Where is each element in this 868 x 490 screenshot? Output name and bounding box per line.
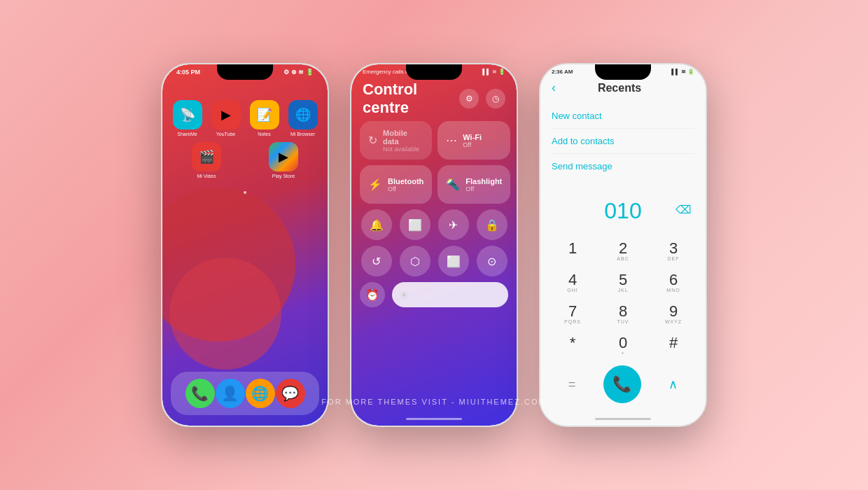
key-8[interactable]: 8 TUV [598,298,648,330]
cc-btn-share[interactable]: ⬡ [400,246,430,276]
cc-flashlight-title: Flashlight [465,177,502,186]
recents-add-to-contacts[interactable]: Add to contacts [552,129,694,154]
cc-btn-alarm[interactable]: 🔔 [361,209,392,240]
recents-new-contact[interactable]: New contact [552,104,694,129]
app-grid-row1: 📡 ShareMe ▶ YouTube 📝 Notes 🌐 Mi Browser [162,76,328,142]
dock-contacts[interactable]: 👤 [216,379,245,408]
dialer-number: 010 [604,190,641,230]
app-youtube[interactable]: ▶ YouTube [209,100,242,136]
phone-1: 4:05 PM ⚙ ⊕ ≋ 🔋 📡 ShareMe ▶ YouTube 📝 No… [161,63,329,427]
cc-btn-rotate[interactable]: ↺ [361,246,392,276]
dot-indicator [244,191,246,194]
app-playstore-icon: ▶ [269,142,298,172]
phone1-time: 4:05 PM [176,69,200,76]
cc-bluetooth-text: Bluetooth Off [388,177,424,192]
phone2-status-icons: ▌▌ ≋ 🔋 [482,69,505,75]
recents-title: Recents [598,82,641,94]
cc-brightness-slider[interactable]: ☀ [392,282,508,307]
recents-send-message[interactable]: Send message [552,154,694,178]
cc-round-buttons-row1: 🔔 ⬜ ✈ 🔒 [351,204,517,240]
cc-btn-lock[interactable]: 🔒 [477,209,507,240]
app-playstore[interactable]: ▶ Play Store [248,142,319,178]
notch-1 [217,64,273,80]
phone1-circle-small [169,258,281,370]
notch-2 [406,64,462,80]
app-mibrowser[interactable]: 🌐 Mi Browser [286,100,319,136]
app-youtube-icon: ▶ [211,100,241,130]
app-shareme-icon: 📡 [173,100,202,130]
cc-brightness-row: ⏰ ☀ [351,276,517,307]
phone1-screen: 4:05 PM ⚙ ⊕ ≋ 🔋 📡 ShareMe ▶ YouTube 📝 No… [162,64,328,426]
cc-tiles: ↻ Mobile data Not available ⋯ Wi-Fi Off … [351,121,517,204]
key-star[interactable]: * [547,330,598,361]
cc-tile-mobiledata[interactable]: ↻ Mobile data Not available [360,121,432,160]
cc-mobiledata-icon: ↻ [368,134,377,147]
app-youtube-label: YouTube [216,132,236,136]
cc-settings-icon[interactable]: ⚙ [459,89,479,108]
dialer-chevron-button[interactable]: ∧ [668,377,678,392]
cc-round-buttons-row2: ↺ ⬡ ⬜ ⊙ [351,240,517,276]
app-shareme-label: ShareMe [177,132,197,136]
dock-phone[interactable]: 📞 [186,379,215,408]
dock-browser[interactable]: 🌐 [246,379,275,408]
cc-mobiledata-sub: Not available [383,146,424,153]
dialer-bottom: = 📞 ∧ [540,361,706,410]
cc-bluetooth-icon: ⚡ [368,178,382,191]
notch-3 [595,64,651,80]
app-mibrowser-icon: 🌐 [288,100,318,130]
key-7[interactable]: 7 PQRS [547,298,598,330]
cc-mobiledata-title: Mobile data [383,129,424,146]
cc-btn-nfc[interactable]: ⬜ [438,246,469,276]
phone2-screen: Emergency calls o... ▌▌ ≋ 🔋 Control cent… [351,64,517,426]
watermark: FOR MORE THEMES VISIT - MIUITHEMEZ.COM [321,398,546,406]
phone3-status-icons: ▌▌ ≋ 🔋 [671,69,694,75]
cc-flashlight-sub: Off [465,186,502,192]
phone3-screen: 2:36 AM ▌▌ ≋ 🔋 ‹ Recents New contact Add… [540,64,706,426]
recents-options: New contact Add to contacts Send message [540,101,706,181]
key-hash[interactable]: # [648,330,699,361]
app-notes-label: Notes [258,132,270,136]
cc-brightness-icon: ☀ [399,288,409,302]
dialer-number-row: 010 ⌫ [540,181,706,235]
app-shareme[interactable]: 📡 ShareMe [171,100,204,136]
cc-title: Control centre [363,80,459,117]
cc-tile-wifi[interactable]: ⋯ Wi-Fi Off [438,121,510,160]
recents-back-btn[interactable]: ‹ [552,80,556,95]
dialer-eq-button[interactable]: = [568,377,576,392]
key-0[interactable]: 0 + [598,330,648,361]
key-9[interactable]: 9 WXYZ [648,298,699,330]
app-mivideo[interactable]: 🎬 Mi Video [171,142,242,178]
cc-home-indicator [406,418,462,420]
cc-btn-airplane[interactable]: ✈ [438,209,469,240]
dialer-call-button[interactable]: 📞 [603,365,641,403]
phone3-time: 2:36 AM [552,69,573,75]
cc-tile-bluetooth[interactable]: ⚡ Bluetooth Off [360,165,432,204]
cc-brightness-small[interactable]: ⏰ [360,282,385,307]
backspace-button[interactable]: ⌫ [676,203,692,216]
app-mivideo-icon: 🎬 [192,142,221,172]
cc-tile-flashlight[interactable]: 🔦 Flashlight Off [438,165,510,204]
phone1-status-icons: ⚙ ⊕ ≋ 🔋 [284,69,314,76]
cc-btn-qr[interactable]: ⊙ [477,246,507,276]
cc-bluetooth-title: Bluetooth [388,177,424,186]
app-mivideo-label: Mi Video [197,174,216,178]
cc-wifi-text: Wi-Fi Off [463,133,482,148]
cc-btn-crop[interactable]: ⬜ [400,209,430,240]
phone-3: 2:36 AM ▌▌ ≋ 🔋 ‹ Recents New contact Add… [539,63,707,427]
key-1[interactable]: 1 [547,235,598,267]
key-6[interactable]: 6 MNO [648,267,699,298]
phone3-home-bar [595,418,651,420]
cc-timer-icon[interactable]: ◷ [486,89,505,108]
cc-bluetooth-sub: Off [388,186,424,192]
cc-title-row: Control centre ⚙ ◷ [351,75,517,121]
keypad: 1 2 ABC 3 DEF 4 GHI 5 JKL 6 MNO [540,235,706,361]
dock-messages[interactable]: 💬 [276,379,305,408]
app-notes[interactable]: 📝 Notes [248,100,281,136]
key-2[interactable]: 2 ABC [598,235,648,267]
key-4[interactable]: 4 GHI [547,267,598,298]
app-playstore-label: Play Store [272,174,295,178]
key-5[interactable]: 5 JKL [598,267,648,298]
key-3[interactable]: 3 DEF [648,235,699,267]
phone1-dock: 📞 👤 🌐 💬 [171,372,319,415]
cc-wifi-icon: ⋯ [446,134,457,147]
